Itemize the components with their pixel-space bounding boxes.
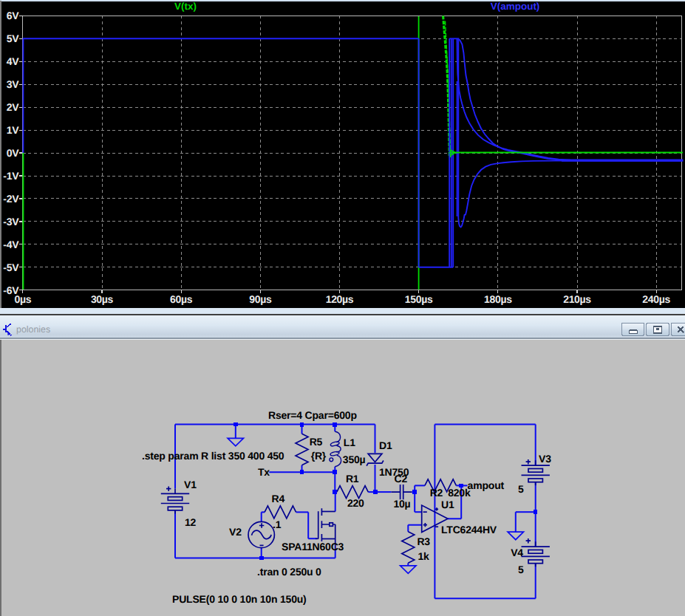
svg-text:R1: R1 [346, 473, 359, 485]
svg-text:C2: C2 [395, 473, 408, 485]
svg-text:V4: V4 [511, 547, 523, 558]
svg-text:{R}: {R} [311, 450, 327, 462]
svg-text:LTC6244HV: LTC6244HV [441, 524, 497, 535]
svg-text:Tx: Tx [258, 466, 270, 478]
svg-text:350µ: 350µ [343, 454, 366, 465]
svg-text:150µs: 150µs [405, 293, 433, 305]
svg-text:5: 5 [518, 564, 524, 575]
svg-text:Rser=4 Cpar=600p: Rser=4 Cpar=600p [268, 409, 357, 421]
svg-text:3V: 3V [7, 78, 19, 90]
svg-text:R2: R2 [430, 487, 443, 499]
svg-text:0µs: 0µs [14, 293, 31, 305]
svg-text:R4: R4 [272, 493, 285, 504]
svg-text:1V: 1V [7, 124, 19, 136]
svg-text:90µs: 90µs [249, 293, 272, 305]
svg-text:12: 12 [185, 516, 197, 528]
svg-text:5V: 5V [7, 32, 19, 44]
svg-text:.tran 0 250u 0: .tran 0 250u 0 [257, 566, 321, 578]
svg-text:5: 5 [518, 483, 524, 495]
svg-text:L1: L1 [344, 437, 355, 448]
svg-text:-5V: -5V [3, 261, 19, 273]
svg-text:220: 220 [347, 497, 364, 509]
svg-text:10µ: 10µ [393, 498, 410, 510]
svg-text:-3V: -3V [3, 216, 19, 227]
svg-text:V1: V1 [184, 479, 197, 490]
svg-text:4V: 4V [7, 55, 19, 67]
svg-text:60µs: 60µs [170, 293, 193, 305]
svg-text:1k: 1k [418, 550, 429, 562]
svg-text:D1: D1 [379, 439, 392, 451]
svg-text:30µs: 30µs [91, 293, 114, 305]
svg-text:.1: .1 [273, 519, 282, 530]
svg-text:210µs: 210µs [563, 293, 591, 305]
svg-text:V(ampout): V(ampout) [491, 1, 540, 12]
svg-text:6V: 6V [7, 10, 19, 21]
svg-text:-2V: -2V [3, 193, 19, 205]
svg-text:SPA11N60C3: SPA11N60C3 [282, 541, 344, 552]
svg-text:0V: 0V [7, 147, 19, 159]
svg-text:polonies: polonies [16, 324, 50, 335]
svg-text:V3: V3 [539, 453, 551, 465]
svg-text:180µs: 180µs [484, 293, 512, 305]
svg-text:-4V: -4V [3, 239, 19, 250]
svg-text:PULSE(0 10 0 10n 10n 150u): PULSE(0 10 0 10n 10n 150u) [172, 593, 307, 605]
svg-text:V(tx): V(tx) [174, 1, 197, 12]
svg-text:.step param R list 350 400 450: .step param R list 350 400 450 [142, 450, 284, 462]
svg-text:R3: R3 [417, 535, 430, 547]
svg-text:R5: R5 [310, 436, 323, 448]
svg-text:2V: 2V [7, 101, 19, 113]
svg-text:U1: U1 [441, 499, 454, 510]
svg-text:V2: V2 [229, 526, 242, 538]
svg-text:120µs: 120µs [326, 293, 354, 305]
svg-text:240µs: 240µs [642, 293, 670, 305]
svg-text:-1V: -1V [3, 170, 19, 182]
svg-text:ampout: ampout [468, 479, 505, 491]
